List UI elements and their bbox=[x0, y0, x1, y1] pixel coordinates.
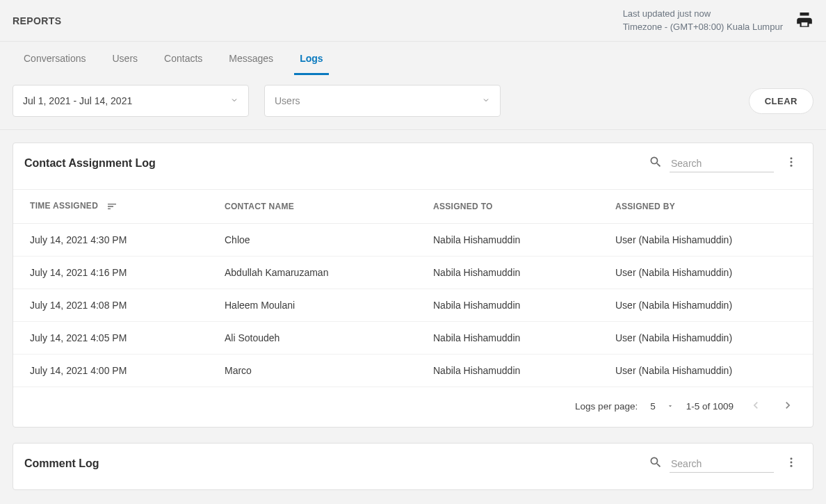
tab-label: Contacts bbox=[164, 53, 202, 64]
cell-contact: Haleem Moulani bbox=[208, 289, 416, 322]
clear-button[interactable]: CLEAR bbox=[749, 88, 813, 114]
search-input[interactable] bbox=[670, 155, 774, 172]
chevron-down-icon bbox=[482, 95, 490, 106]
col-header-label: TIME ASSIGNED bbox=[30, 201, 98, 211]
cell-assigned-to: Nabila Hishamuddin bbox=[416, 224, 599, 257]
tab-label: Logs bbox=[300, 53, 323, 64]
cell-assigned-to: Nabila Hishamuddin bbox=[416, 322, 599, 355]
search-input[interactable] bbox=[670, 455, 774, 473]
pagination: Logs per page: 5 1-5 of 1009 bbox=[13, 387, 813, 427]
cell-time: July 14, 2021 4:08 PM bbox=[13, 289, 208, 322]
date-range-select[interactable]: Jul 1, 2021 - Jul 14, 2021 bbox=[13, 85, 249, 117]
card-title: Comment Log bbox=[24, 457, 99, 470]
next-page-button[interactable] bbox=[778, 396, 797, 417]
cell-contact: Ali Sotoudeh bbox=[208, 322, 416, 355]
svg-point-0 bbox=[791, 157, 793, 159]
print-icon[interactable] bbox=[795, 12, 813, 30]
cell-assigned-by: User (Nabila Hishamuddin) bbox=[599, 224, 813, 257]
search-icon[interactable] bbox=[649, 155, 663, 172]
pagination-range: 1-5 of 1009 bbox=[686, 401, 734, 412]
last-updated-text: Last updated just now bbox=[623, 8, 783, 20]
table-row[interactable]: July 14, 2021 4:00 PM Marco Nabila Hisha… bbox=[13, 355, 813, 387]
table-row[interactable]: July 14, 2021 4:05 PM Ali Sotoudeh Nabil… bbox=[13, 322, 813, 355]
per-page-value: 5 bbox=[650, 401, 656, 412]
tab-label: Users bbox=[113, 53, 138, 64]
col-assigned-to[interactable]: ASSIGNED TO bbox=[416, 190, 599, 224]
card-header: Comment Log bbox=[13, 444, 813, 489]
more-vert-icon[interactable] bbox=[782, 453, 800, 474]
cell-time: July 14, 2021 4:16 PM bbox=[13, 257, 208, 289]
cell-assigned-by: User (Nabila Hishamuddin) bbox=[599, 355, 813, 387]
per-page-select[interactable]: 5 bbox=[650, 401, 674, 412]
log-table: TIME ASSIGNED CONTACT NAME ASSIGNED TO A… bbox=[13, 189, 813, 387]
svg-point-4 bbox=[791, 462, 793, 464]
timezone-info: Last updated just now Timezone - (GMT+08… bbox=[623, 8, 783, 33]
users-filter-placeholder: Users bbox=[275, 95, 300, 106]
col-assigned-by[interactable]: ASSIGNED BY bbox=[599, 190, 813, 224]
cell-assigned-to: Nabila Hishamuddin bbox=[416, 355, 599, 387]
cell-contact: Marco bbox=[208, 355, 416, 387]
col-time-assigned[interactable]: TIME ASSIGNED bbox=[13, 190, 208, 224]
cell-time: July 14, 2021 4:00 PM bbox=[13, 355, 208, 387]
table-header-row: TIME ASSIGNED CONTACT NAME ASSIGNED TO A… bbox=[13, 190, 813, 224]
more-vert-icon[interactable] bbox=[782, 153, 800, 174]
col-contact-name[interactable]: CONTACT NAME bbox=[208, 190, 416, 224]
svg-point-3 bbox=[791, 457, 793, 460]
topbar: REPORTS Last updated just now Timezone -… bbox=[0, 0, 826, 42]
tabs-row: Conversations Users Contacts Messages Lo… bbox=[0, 42, 826, 75]
search-wrap bbox=[649, 455, 774, 473]
cell-assigned-to: Nabila Hishamuddin bbox=[416, 289, 599, 322]
svg-point-2 bbox=[791, 165, 793, 167]
date-range-value: Jul 1, 2021 - Jul 14, 2021 bbox=[23, 95, 132, 106]
card-title: Contact Assignment Log bbox=[24, 157, 156, 170]
tab-label: Messages bbox=[229, 53, 273, 64]
contact-assignment-log-card: Contact Assignment Log TIME ASSIGNED bbox=[13, 143, 813, 428]
search-wrap bbox=[649, 155, 774, 172]
cell-contact: Abdullah Kamaruzaman bbox=[208, 257, 416, 289]
tab-conversations[interactable]: Conversations bbox=[24, 42, 86, 75]
tab-label: Conversations bbox=[24, 53, 86, 64]
sort-icon bbox=[106, 201, 118, 212]
svg-point-5 bbox=[791, 465, 793, 467]
filters-row: Jul 1, 2021 - Jul 14, 2021 Users CLEAR bbox=[0, 75, 826, 130]
tab-messages[interactable]: Messages bbox=[229, 42, 273, 75]
chevron-down-icon bbox=[230, 95, 238, 106]
cell-assigned-to: Nabila Hishamuddin bbox=[416, 257, 599, 289]
card-header-right bbox=[649, 153, 800, 174]
tab-users[interactable]: Users bbox=[113, 42, 138, 75]
dropdown-arrow-icon bbox=[667, 401, 674, 412]
topbar-right: Last updated just now Timezone - (GMT+08… bbox=[623, 8, 813, 33]
table-row[interactable]: July 14, 2021 4:08 PM Haleem Moulani Nab… bbox=[13, 289, 813, 322]
table-row[interactable]: July 14, 2021 4:30 PM Chloe Nabila Hisha… bbox=[13, 224, 813, 257]
page-title: REPORTS bbox=[13, 15, 61, 26]
cell-assigned-by: User (Nabila Hishamuddin) bbox=[599, 257, 813, 289]
card-header: Contact Assignment Log bbox=[13, 143, 813, 189]
prev-page-button[interactable] bbox=[746, 396, 766, 417]
per-page-label: Logs per page: bbox=[575, 401, 638, 412]
svg-point-1 bbox=[791, 161, 793, 163]
cell-assigned-by: User (Nabila Hishamuddin) bbox=[599, 289, 813, 322]
tab-contacts[interactable]: Contacts bbox=[164, 42, 202, 75]
users-filter-select[interactable]: Users bbox=[264, 85, 501, 117]
cell-time: July 14, 2021 4:30 PM bbox=[13, 224, 208, 257]
cell-assigned-by: User (Nabila Hishamuddin) bbox=[599, 322, 813, 355]
cell-contact: Chloe bbox=[208, 224, 416, 257]
table-row[interactable]: July 14, 2021 4:16 PM Abdullah Kamaruzam… bbox=[13, 257, 813, 289]
timezone-text: Timezone - (GMT+08:00) Kuala Lumpur bbox=[623, 21, 783, 33]
search-icon[interactable] bbox=[649, 455, 663, 472]
cell-time: July 14, 2021 4:05 PM bbox=[13, 322, 208, 355]
tab-logs[interactable]: Logs bbox=[300, 42, 323, 75]
comment-log-card: Comment Log bbox=[13, 443, 813, 490]
card-header-right bbox=[649, 453, 800, 474]
